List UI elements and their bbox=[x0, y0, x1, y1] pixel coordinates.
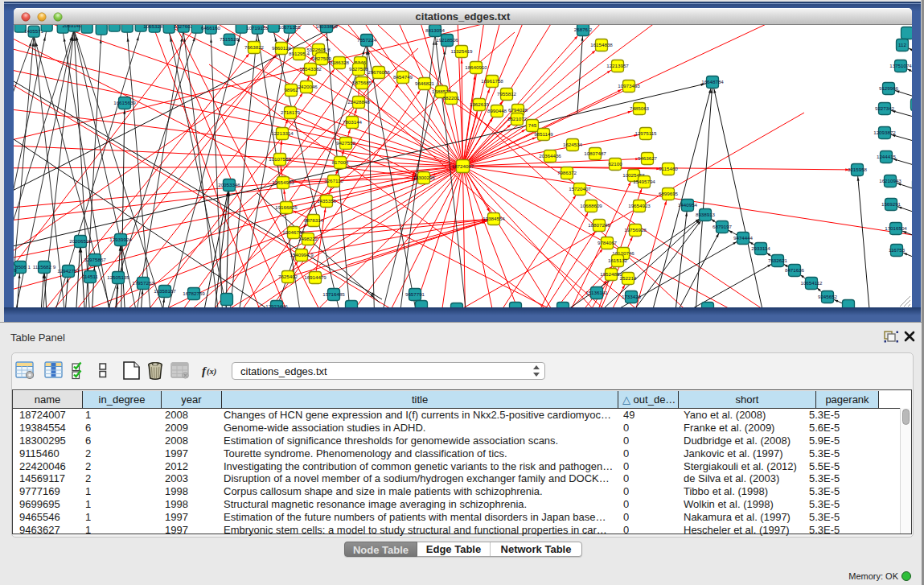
svg-text:7625402: 7625402 bbox=[278, 274, 298, 279]
svg-text:20053346: 20053346 bbox=[218, 182, 240, 187]
svg-text:9646821: 9646821 bbox=[415, 80, 435, 86]
svg-text:22428848: 22428848 bbox=[347, 99, 370, 105]
svg-text:19166825: 19166825 bbox=[275, 204, 298, 210]
svg-text:17939924: 17939924 bbox=[109, 237, 132, 242]
svg-text:32975867: 32975867 bbox=[84, 257, 106, 262]
svg-text:20206526: 20206526 bbox=[69, 238, 92, 244]
svg-text:1540994 9: 1540994 9 bbox=[290, 252, 314, 257]
svg-text:22420046: 22420046 bbox=[295, 84, 318, 89]
svg-text:16961758: 16961758 bbox=[481, 78, 503, 84]
svg-text:10719155: 10719155 bbox=[246, 25, 269, 31]
svg-text:18640910: 18640910 bbox=[465, 64, 487, 70]
svg-text:7986372: 7986372 bbox=[557, 170, 577, 175]
svg-text:(x): (x) bbox=[207, 367, 216, 377]
svg-text:12213314: 12213314 bbox=[271, 130, 294, 136]
svg-text:252214: 252214 bbox=[620, 275, 637, 281]
svg-text:114511: 114511 bbox=[82, 274, 98, 279]
svg-text:10688609: 10688609 bbox=[580, 203, 602, 208]
svg-text:19358167: 19358167 bbox=[154, 288, 176, 294]
svg-text:16154838: 16154838 bbox=[590, 42, 613, 47]
svg-text:1498222: 1498222 bbox=[298, 236, 318, 241]
svg-text:19218506: 19218506 bbox=[436, 37, 458, 43]
svg-text:62100: 62100 bbox=[608, 161, 622, 167]
svg-text:8878314: 8878314 bbox=[304, 217, 324, 223]
svg-text:29676068: 29676068 bbox=[368, 69, 390, 75]
svg-text:19654923: 19654923 bbox=[628, 203, 651, 208]
svg-text:16543382: 16543382 bbox=[299, 66, 322, 72]
svg-text:13751074: 13751074 bbox=[889, 63, 912, 68]
svg-text:9860124: 9860124 bbox=[272, 45, 292, 51]
svg-text:7357224: 7357224 bbox=[357, 37, 377, 43]
svg-text:1624534: 1624534 bbox=[563, 142, 583, 147]
svg-text:9784067: 9784067 bbox=[598, 240, 618, 245]
svg-text:6879197: 6879197 bbox=[713, 224, 733, 229]
svg-text:8938913: 8938913 bbox=[696, 212, 716, 217]
svg-text:8813054: 8813054 bbox=[425, 27, 446, 33]
svg-text:10654112: 10654112 bbox=[800, 280, 823, 286]
svg-text:18300295: 18300295 bbox=[413, 175, 435, 180]
svg-text:7485063: 7485063 bbox=[630, 105, 650, 111]
svg-text:2718179: 2718179 bbox=[281, 109, 301, 115]
svg-text:7632621: 7632621 bbox=[768, 257, 788, 263]
svg-text:16914479: 16914479 bbox=[304, 274, 326, 280]
svg-text:9427552: 9427552 bbox=[336, 140, 356, 146]
svg-text:39159: 39159 bbox=[14, 267, 17, 273]
svg-text:6466160: 6466160 bbox=[201, 25, 221, 31]
svg-text:12093872: 12093872 bbox=[873, 130, 896, 135]
svg-text:9657791: 9657791 bbox=[405, 291, 425, 297]
svg-text:10973493: 10973493 bbox=[618, 83, 640, 89]
svg-text:20364436: 20364436 bbox=[539, 153, 561, 159]
svg-text:9463627: 9463627 bbox=[638, 155, 658, 161]
svg-text:12975115: 12975115 bbox=[634, 130, 657, 136]
svg-text:12213957: 12213957 bbox=[606, 63, 629, 68]
svg-text:5875685: 5875685 bbox=[352, 80, 372, 85]
svg-text:9227342: 9227342 bbox=[875, 105, 895, 111]
svg-text:26876 2: 26876 2 bbox=[574, 27, 593, 32]
svg-text:817004: 817004 bbox=[332, 159, 349, 165]
svg-text:7663822: 7663822 bbox=[244, 44, 265, 50]
svg-text:9245652: 9245652 bbox=[818, 294, 838, 299]
svg-text:10671355: 10671355 bbox=[278, 25, 301, 30]
svg-text:12923446: 12923446 bbox=[265, 303, 288, 307]
svg-text:1733426: 1733426 bbox=[622, 294, 642, 299]
svg-text:16210943: 16210943 bbox=[879, 178, 901, 183]
svg-text:9327508: 9327508 bbox=[349, 66, 369, 72]
svg-text:1621072: 1621072 bbox=[507, 116, 528, 122]
svg-text:112: 112 bbox=[898, 42, 906, 47]
svg-text:19384554: 19384554 bbox=[483, 216, 505, 221]
svg-text:16615639: 16615639 bbox=[113, 100, 136, 105]
svg-text:7803144: 7803144 bbox=[343, 119, 363, 125]
svg-text:16782759: 16782759 bbox=[183, 290, 205, 296]
svg-text:98962: 98962 bbox=[284, 87, 298, 93]
svg-text:16033809: 16033809 bbox=[315, 25, 338, 29]
svg-text:10046768: 10046768 bbox=[282, 229, 305, 235]
svg-text:1440954: 1440954 bbox=[678, 202, 698, 208]
svg-text:8186328: 8186328 bbox=[330, 60, 350, 65]
svg-text:9851149: 9851149 bbox=[534, 131, 553, 137]
svg-text:5322605 8: 5322605 8 bbox=[306, 47, 331, 52]
svg-text:10653287: 10653287 bbox=[143, 25, 166, 29]
svg-text:745: 745 bbox=[528, 122, 537, 128]
svg-text:17957263: 17957263 bbox=[132, 280, 154, 286]
svg-text:15495794: 15495794 bbox=[633, 179, 655, 184]
svg-text:3267110: 3267110 bbox=[324, 178, 343, 183]
svg-text:2933114: 2933114 bbox=[751, 245, 770, 251]
svg-text:9474444: 9474444 bbox=[733, 235, 754, 241]
svg-text:18807249: 18807249 bbox=[588, 222, 610, 228]
svg-text:9827509: 9827509 bbox=[312, 56, 332, 61]
svg-text:882201: 882201 bbox=[443, 95, 460, 101]
svg-text:1615132: 1615132 bbox=[608, 257, 628, 263]
svg-text:15716485: 15716485 bbox=[322, 291, 345, 297]
svg-text:19756928: 19756928 bbox=[624, 227, 647, 233]
svg-text:9129966: 9129966 bbox=[879, 85, 899, 91]
svg-text:1362615: 1362615 bbox=[470, 101, 490, 107]
svg-text:116753: 116753 bbox=[889, 247, 906, 253]
svg-text:8454749: 8454749 bbox=[393, 74, 413, 80]
svg-text:7515526: 7515526 bbox=[220, 36, 240, 42]
svg-text:15136141: 15136141 bbox=[585, 290, 608, 295]
svg-text:9115460: 9115460 bbox=[659, 166, 678, 171]
svg-text:17016504: 17016504 bbox=[885, 225, 907, 231]
svg-text:1569291: 1569291 bbox=[881, 201, 901, 207]
svg-text:19654963: 19654963 bbox=[272, 179, 294, 185]
svg-text:8471636: 8471636 bbox=[785, 267, 805, 273]
